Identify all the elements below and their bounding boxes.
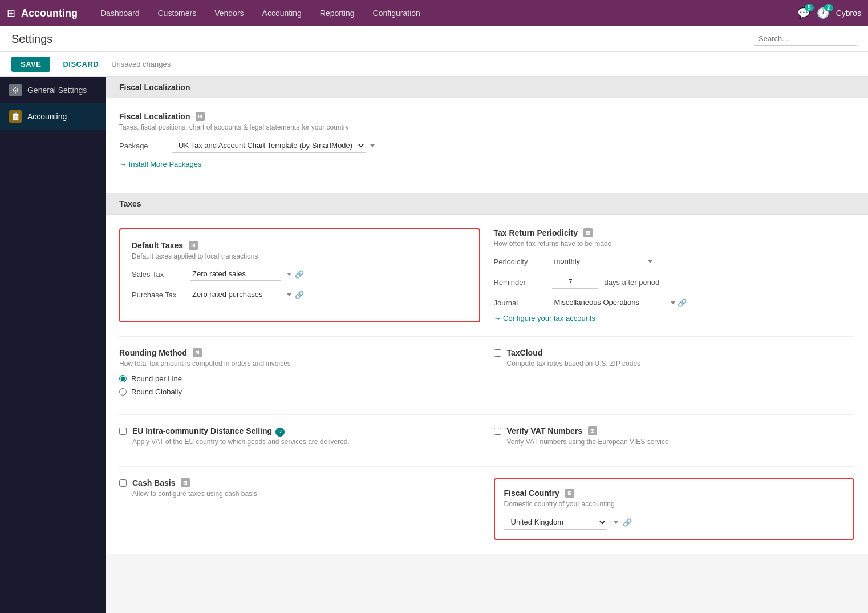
nav-dashboard[interactable]: Dashboard xyxy=(91,0,149,26)
cash-basis-chip: ⊞ xyxy=(181,478,190,487)
eu-distance-checkbox[interactable] xyxy=(119,428,127,435)
sidebar-label-general: General Settings xyxy=(27,86,87,95)
tax-return-box: Tax Return Periodicity ⊞ How often tax r… xyxy=(494,228,855,322)
periodicity-select[interactable]: monthly xyxy=(552,255,643,268)
sales-tax-ext-link[interactable]: 🔗 xyxy=(295,270,304,279)
nav-vendors[interactable]: Vendors xyxy=(205,0,253,26)
journal-row: Journal Miscellaneous Operations 🔗 xyxy=(494,296,855,309)
package-select-arrow xyxy=(370,144,375,147)
verify-vat-content: Verify VAT Numbers ⊞ Verify VAT numbers … xyxy=(507,426,669,453)
sidebar: ⚙ General Settings 📋 Accounting xyxy=(0,77,106,613)
search-input[interactable] xyxy=(754,32,857,46)
reminder-row: Reminder days after period xyxy=(494,275,855,289)
reminder-label: Reminder xyxy=(494,278,545,287)
accounting-icon: 📋 xyxy=(9,110,22,123)
eu-distance-help-icon[interactable]: ? xyxy=(275,428,285,437)
rounding-title: Rounding Method ⊞ xyxy=(119,348,480,357)
default-taxes-box: Default Taxes ⊞ Default taxes applied to… xyxy=(119,228,480,322)
cash-basis-checkbox[interactable] xyxy=(119,479,127,487)
nav-reporting[interactable]: Reporting xyxy=(311,0,364,26)
purchase-tax-arrow xyxy=(287,293,291,296)
clock-icon-btn[interactable]: 🕐 2 xyxy=(817,7,829,19)
taxcloud-checkbox[interactable] xyxy=(494,349,501,357)
fiscal-localization-chip-icon: ⊞ xyxy=(196,112,205,121)
rounding-taxcloud-grid: Rounding Method ⊞ How total tax amount i… xyxy=(119,336,854,401)
eu-verify-grid: EU Intra-community Distance Selling ? Ap… xyxy=(119,414,854,453)
round-globally-option[interactable]: Round Globally xyxy=(119,388,480,396)
periodicity-label: Periodicity xyxy=(494,257,545,266)
sales-tax-row: Sales Tax Zero rated sales 🔗 xyxy=(132,267,468,281)
journal-ext-link[interactable]: 🔗 xyxy=(678,299,687,307)
rounding-radio-group: Round per Line Round Globally xyxy=(119,374,480,396)
main-content: Fiscal Localization Fiscal Localization … xyxy=(106,77,868,613)
sidebar-label-accounting: Accounting xyxy=(27,112,67,121)
discard-button[interactable]: DISCARD xyxy=(57,57,104,72)
round-per-line-option[interactable]: Round per Line xyxy=(119,374,480,383)
reminder-input[interactable] xyxy=(552,275,598,289)
periodicity-row: Periodicity monthly xyxy=(494,255,855,268)
page-header: Settings xyxy=(0,26,868,52)
fiscal-localization-desc: Taxes, fiscal positions, chart of accoun… xyxy=(119,123,854,131)
nav-accounting[interactable]: Accounting xyxy=(253,0,311,26)
install-packages-link[interactable]: → Install More Packages xyxy=(119,160,854,168)
taxes-header-title: Taxes xyxy=(119,199,141,208)
fiscal-localization-section: Fiscal Localization Fiscal Localization … xyxy=(106,77,868,193)
periodicity-select-wrapper: monthly xyxy=(552,255,652,268)
verify-vat-checkbox[interactable] xyxy=(494,428,501,435)
chat-badge: 5 xyxy=(805,4,814,11)
eu-distance-title-row: EU Intra-community Distance Selling ? xyxy=(132,426,350,438)
default-taxes-title: Default Taxes ⊞ xyxy=(132,241,468,250)
fiscal-country-select[interactable]: United Kingdom xyxy=(504,515,607,530)
eu-distance-content: EU Intra-community Distance Selling ? Ap… xyxy=(132,426,350,453)
chat-icon-btn[interactable]: 💬 5 xyxy=(797,7,810,19)
tax-return-title: Tax Return Periodicity ⊞ xyxy=(494,228,855,237)
eu-distance-box: EU Intra-community Distance Selling ? Ap… xyxy=(119,426,480,453)
tax-return-chip: ⊞ xyxy=(583,228,593,237)
sales-tax-label: Sales Tax xyxy=(132,270,183,279)
eu-distance-desc: Apply VAT of the EU country to which goo… xyxy=(132,438,350,446)
verify-vat-chip: ⊞ xyxy=(588,426,597,435)
grid-icon[interactable]: ⊞ xyxy=(7,7,15,19)
rounding-box: Rounding Method ⊞ How total tax amount i… xyxy=(119,348,480,401)
periodicity-arrow xyxy=(648,260,652,263)
tax-return-desc: How often tax returns have to be made xyxy=(494,240,855,248)
topnav-menu: Dashboard Customers Vendors Accounting R… xyxy=(91,0,797,26)
save-button[interactable]: SAVE xyxy=(11,57,50,72)
taxes-section-header: Taxes xyxy=(106,193,868,215)
purchase-tax-label: Purchase Tax xyxy=(132,291,183,299)
fiscal-country-ext-link[interactable]: 🔗 xyxy=(623,518,632,527)
rounding-chip: ⊞ xyxy=(193,348,202,357)
cash-basis-title: Cash Basis ⊞ xyxy=(132,478,257,487)
package-label: Package xyxy=(119,142,165,150)
nav-configuration[interactable]: Configuration xyxy=(364,0,429,26)
bottom-grid: Cash Basis ⊞ Allow to configure taxes us… xyxy=(119,466,854,540)
gear-icon: ⚙ xyxy=(9,84,22,96)
round-globally-radio[interactable] xyxy=(119,388,127,396)
package-select[interactable]: UK Tax and Account Chart Template (by Sm… xyxy=(172,138,366,153)
sidebar-item-accounting[interactable]: 📋 Accounting xyxy=(0,103,106,130)
journal-select[interactable]: Miscellaneous Operations xyxy=(552,296,666,309)
sidebar-item-general[interactable]: ⚙ General Settings xyxy=(0,77,106,103)
journal-select-wrapper: Miscellaneous Operations 🔗 xyxy=(552,296,687,309)
taxcloud-desc: Compute tax rates based on U.S. ZIP code… xyxy=(507,360,641,368)
default-taxes-chip: ⊞ xyxy=(189,241,198,250)
purchase-tax-row: Purchase Tax Zero rated purchases 🔗 xyxy=(132,288,468,301)
user-menu[interactable]: Cybros xyxy=(836,9,861,18)
journal-label: Journal xyxy=(494,299,545,307)
nav-customers[interactable]: Customers xyxy=(149,0,206,26)
clock-badge: 2 xyxy=(824,4,833,11)
taxes-top-grid: Default Taxes ⊞ Default taxes applied to… xyxy=(119,228,854,322)
main-layout: ⚙ General Settings 📋 Accounting Fiscal L… xyxy=(0,77,868,613)
periodicity-grid: Periodicity monthly Reminder xyxy=(494,255,855,309)
purchase-tax-ext-link[interactable]: 🔗 xyxy=(295,291,304,299)
fiscal-localization-header-title: Fiscal Localization xyxy=(119,83,190,92)
fiscal-localization-title: Fiscal Localization ⊞ xyxy=(119,112,854,121)
eu-distance-title: EU Intra-community Distance Selling xyxy=(132,426,272,435)
sales-tax-select[interactable]: Zero rated sales xyxy=(190,267,281,281)
cash-basis-content: Cash Basis ⊞ Allow to configure taxes us… xyxy=(132,478,257,505)
round-per-line-radio[interactable] xyxy=(119,375,127,382)
fiscal-country-chip: ⊞ xyxy=(565,489,574,498)
rounding-desc: How total tax amount is computed in orde… xyxy=(119,360,480,368)
configure-tax-accounts-link[interactable]: → Configure your tax accounts xyxy=(494,314,855,322)
purchase-tax-select[interactable]: Zero rated purchases xyxy=(190,288,281,301)
